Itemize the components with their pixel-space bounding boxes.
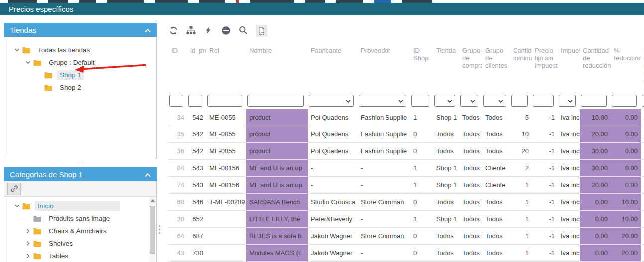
sitemap-icon[interactable] xyxy=(186,25,196,36)
cell-grupo_clientes: Todos xyxy=(482,126,510,142)
column-header-grupo_clientes[interactable]: Grupo de clientes xyxy=(482,43,510,93)
column-header-grupo_compra[interactable]: Grupo de compra xyxy=(459,43,482,93)
filter-input-ref[interactable] xyxy=(207,95,242,107)
refresh-icon[interactable] xyxy=(168,25,178,36)
column-header-id_prc[interactable]: id_prc xyxy=(187,43,206,93)
cell-grupo_compra: Todos xyxy=(459,177,482,193)
chevron-up-icon[interactable] xyxy=(145,26,151,34)
filter-input-pct_reduccion[interactable] xyxy=(612,95,637,107)
filter-select-grupo_clientes[interactable] xyxy=(483,95,506,107)
column-header-col_fin[interactable]: In d m tr d xyxy=(641,43,644,93)
tiendas-panel-header[interactable]: Tiendas xyxy=(4,23,157,37)
column-header-proveedor[interactable]: Proveedor xyxy=(358,43,410,93)
cell-nombre: product xyxy=(246,126,308,142)
chevron-down-icon[interactable] xyxy=(12,203,21,209)
search-icon[interactable] xyxy=(238,25,248,36)
table-row[interactable]: 84543ME-00156ME and U is an up--1Shop 1T… xyxy=(168,160,644,177)
tree-item-label[interactable]: Shelves xyxy=(46,239,76,248)
tree-item-shop-1[interactable]: Shop 1 xyxy=(4,69,156,81)
cell-id_prc: 543 xyxy=(187,160,206,176)
filter-select-grupo_compra[interactable] xyxy=(460,95,478,107)
panel-resize-handle[interactable]: ··· xyxy=(4,158,157,167)
tree-item-label[interactable]: Produits sans image xyxy=(46,214,113,223)
vertical-drag-handle[interactable] xyxy=(159,225,160,234)
lightning-icon[interactable] xyxy=(203,25,213,36)
cell-pct_reduccion: 0.00 xyxy=(611,126,641,142)
chevron-right-icon[interactable] xyxy=(23,241,32,246)
table-row[interactable]: 30652LITTLE LILLY, thePeter&Beverly-1Sho… xyxy=(168,211,644,228)
filter-select-proveedor[interactable] xyxy=(359,95,406,107)
cell-col_fin: 3 xyxy=(641,160,644,176)
filter-input-nombre[interactable] xyxy=(247,95,304,107)
filter-input-id_shop[interactable] xyxy=(411,95,429,107)
filter-select-fabricante[interactable] xyxy=(309,95,354,107)
link-icon[interactable] xyxy=(7,183,21,195)
filter-input-col_fin[interactable] xyxy=(642,95,644,107)
block-icon[interactable] xyxy=(221,25,231,36)
table-row[interactable]: 36542ME-0055productPol QuadensFashion Su… xyxy=(168,143,644,160)
chevron-right-icon[interactable] xyxy=(23,253,32,259)
cell-ref xyxy=(206,245,246,261)
chevron-right-icon[interactable] xyxy=(23,228,32,234)
tree-item-label[interactable]: Todas las tiendas xyxy=(35,45,93,55)
column-header-tienda[interactable]: Tienda xyxy=(433,43,459,93)
chevron-down-icon[interactable] xyxy=(12,47,21,53)
filter-input-cantidad_minima[interactable] xyxy=(511,95,528,107)
column-header-cantidad_minima[interactable]: Cantidad mínima xyxy=(510,43,532,93)
filter-input-cantidad_reduccion[interactable] xyxy=(581,95,607,107)
tree-item-label[interactable]: Inicio xyxy=(35,201,120,211)
filter-select-tienda[interactable] xyxy=(434,95,455,107)
table-row[interactable]: 35542ME-0055productPol QuadensFashion Su… xyxy=(168,126,644,143)
column-header-cantidad_reduccion[interactable]: Cantidad de reducción xyxy=(580,43,611,93)
cell-id_shop: 0 xyxy=(410,245,433,261)
table-row[interactable]: 43730Modules MAGS (FJakob Wagner-0TodosT… xyxy=(168,245,644,262)
column-header-ref[interactable]: Ref xyxy=(206,43,246,93)
tree-item-label[interactable]: Grupo : Default xyxy=(46,58,98,67)
cell-id_prc: 687 xyxy=(187,228,206,244)
filter-select-impuesto[interactable] xyxy=(559,95,576,107)
tree-item-produits-sans-image[interactable]: Produits sans image xyxy=(4,212,156,225)
column-header-id[interactable]: ID xyxy=(168,43,187,93)
tree-item-chairs-armchairs[interactable]: Chairs & Armchairs xyxy=(4,225,156,237)
tree-item-inicio[interactable]: Inicio xyxy=(4,200,156,212)
filter-cell-id_shop xyxy=(410,95,433,107)
filter-input-precio_fijo[interactable] xyxy=(533,95,554,107)
chevron-down-icon[interactable] xyxy=(23,60,32,65)
tree-item-shop-2[interactable]: Shop 2 xyxy=(4,81,156,94)
categorias-panel-header[interactable]: Categorías de Shop 1 xyxy=(4,167,157,181)
filter-input-id_prc[interactable] xyxy=(188,95,202,107)
scrollbar-thumb[interactable] xyxy=(150,206,155,254)
column-header-nombre[interactable]: Nombre xyxy=(246,43,308,93)
tree-item-label[interactable]: Chairs & Armchairs xyxy=(46,226,110,236)
column-header-precio_fijo[interactable]: Precio fijo sin impuesto xyxy=(532,43,558,93)
tree-item-shelves[interactable]: Shelves xyxy=(4,237,156,250)
column-header-impuesto[interactable]: Impuesto xyxy=(558,43,580,93)
table-row[interactable]: 64687BLUES is a sofa bJakob WagnerStore … xyxy=(168,228,644,245)
filter-input-id[interactable] xyxy=(169,95,183,107)
column-header-pct_reduccion[interactable]: % reducción xyxy=(611,43,641,93)
cell-id: 43 xyxy=(168,245,187,261)
cell-cantidad_reduccion: 10.00 xyxy=(580,109,611,126)
filter-cell-grupo_clientes xyxy=(482,95,510,107)
tree-item-tables[interactable]: Tables xyxy=(4,250,156,262)
categories-scrollbar[interactable] xyxy=(149,197,156,262)
cell-col_fin: 2 xyxy=(641,109,644,126)
tree-item-label[interactable]: Shop 1 xyxy=(57,70,84,80)
left-sidebar: Tiendas Todas las tiendasGrupo : Default… xyxy=(4,23,157,262)
cell-id: 68 xyxy=(168,194,187,210)
tree-item-grupo-default[interactable]: Grupo : Default xyxy=(4,56,156,69)
column-header-id_shop[interactable]: ID Shop xyxy=(410,43,433,93)
table-row[interactable]: 68546T-ME-00289SARDANA BenchStudio Crous… xyxy=(168,194,644,211)
tree-item-todas-las-tiendas[interactable]: Todas las tiendas xyxy=(4,44,156,56)
tree-item-label[interactable]: Shop 2 xyxy=(57,83,84,92)
column-header-fabricante[interactable]: Fabricante xyxy=(308,43,358,93)
tree-item-label[interactable]: Tables xyxy=(46,251,71,261)
table-row[interactable]: 34542ME-0055productPol QuadensFashion Su… xyxy=(168,109,644,126)
csv-export-icon[interactable]: csv xyxy=(256,25,267,37)
cell-col_fin: 3 xyxy=(641,177,644,193)
cell-tienda: Todos xyxy=(433,194,459,210)
scroll-up-button[interactable] xyxy=(149,197,156,204)
chevron-up-icon[interactable] xyxy=(145,170,151,179)
table-row[interactable]: 74543ME-00156ME and U is an up--1Shop 1T… xyxy=(168,177,644,194)
cell-cantidad_minima: 20 xyxy=(510,143,532,159)
